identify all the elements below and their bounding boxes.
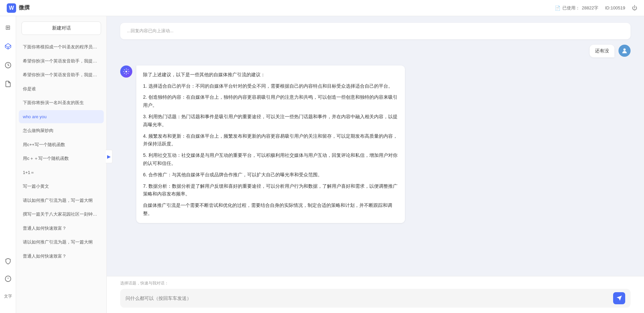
home-icon[interactable]: ⊞ bbox=[2, 21, 14, 34]
ai-conclusion: 自媒体推广引流是一个需要不断尝试和优化的过程，需要结合自身的实际情况，制定合适的… bbox=[143, 202, 398, 218]
header-left: W 微撰 bbox=[7, 3, 30, 13]
list-item[interactable]: 写一篇小黄文 bbox=[19, 180, 104, 193]
ai-point-1: 1. 选择适合自己的平台：不同的自媒体平台针对的受众不同，需要根据自己的内容特点… bbox=[143, 82, 398, 90]
list-item[interactable]: 你是谁 bbox=[19, 82, 104, 96]
list-item[interactable]: 希望你扮演一个英语发音助手，我提供给你... bbox=[19, 68, 104, 82]
send-button[interactable] bbox=[613, 292, 625, 304]
info-icon[interactable] bbox=[2, 273, 14, 285]
new-conversation-button[interactable]: 新建对话 bbox=[21, 21, 101, 35]
message-group-ai: 除了上述建议，以下是一些其他的自媒体推广引流的建议： 1. 选择适合自己的平台：… bbox=[120, 65, 631, 223]
header: W 微撰 📄 已使用： 28822字 ID:100519 ⏻ bbox=[0, 0, 644, 16]
svg-line-2 bbox=[8, 45, 11, 47]
chat-input-area: 选择话题，快速与我对话： bbox=[107, 276, 644, 313]
list-item[interactable]: 普通人如何快速致富？ bbox=[19, 250, 104, 263]
svg-point-9 bbox=[126, 71, 127, 72]
list-item[interactable]: 请以如何推广引流为题，写一篇大纲 bbox=[19, 194, 104, 207]
user-bubble: 还有没 bbox=[590, 45, 614, 57]
usage-label: 已使用： bbox=[562, 5, 580, 11]
list-item[interactable]: 下面你将扮演一名叫圣友的医生 bbox=[19, 96, 104, 109]
list-item[interactable]: 下面你将模拟成一个叫圣友的程序员，我说... bbox=[19, 40, 104, 54]
list-item[interactable]: 用c++写一个随机函数 bbox=[19, 138, 104, 151]
sidebar-collapse-button[interactable]: ▶ bbox=[106, 150, 112, 163]
svg-marker-11 bbox=[617, 296, 622, 301]
svg-line-3 bbox=[5, 45, 8, 47]
quick-topics-label: 选择话题，快速与我对话： bbox=[120, 280, 631, 286]
usage-info: 📄 已使用： 28822字 bbox=[555, 5, 598, 11]
chat-input-field[interactable] bbox=[126, 296, 609, 301]
input-row bbox=[120, 289, 631, 308]
ai-point-6: 6. 合作推广：与其他自媒体平台或品牌合作推广，可以扩大自己的曝光率和受众范围。 bbox=[143, 171, 398, 179]
text-icon[interactable]: 文字 bbox=[2, 290, 14, 302]
power-button[interactable]: ⏻ bbox=[632, 5, 637, 11]
previous-message: ...回复内容已向上滚动... bbox=[120, 23, 631, 39]
list-item[interactable]: 希望你扮演一个英语发音助手，我提供给你... bbox=[19, 54, 104, 68]
ai-point-2: 2. 创造独特的内容：在自媒体平台上，独特的内容更容易吸引用户的注意力和共鸣，可… bbox=[143, 93, 398, 109]
list-item[interactable]: 怎么做狗屎炒肉 bbox=[19, 124, 104, 137]
ai-point-3: 3. 利用热门话题：热门话题和事件是吸引用户的重要途径，可以关注一些热门话题和事… bbox=[143, 113, 398, 129]
app-title: 微撰 bbox=[19, 4, 30, 11]
ai-intro: 除了上述建议，以下是一些其他的自媒体推广引流的建议： bbox=[143, 71, 398, 79]
icon-sidebar: ⊞ bbox=[0, 16, 16, 313]
doc-icon[interactable] bbox=[2, 78, 14, 90]
svg-point-8 bbox=[624, 48, 626, 51]
list-item[interactable]: 撰写一篇关于八大家花园社区一刻钟便民生... bbox=[19, 208, 104, 221]
message-group-user: 还有没 bbox=[120, 45, 631, 57]
conversation-sidebar: 新建对话 下面你将模拟成一个叫圣友的程序员，我说... 希望你扮演一个英语发音助… bbox=[16, 16, 107, 313]
user-message-row: 还有没 bbox=[120, 45, 631, 57]
icon-sidebar-top: ⊞ bbox=[2, 21, 14, 249]
chat-messages: ...回复内容已向上滚动... 还有没 bbox=[107, 16, 644, 276]
main-chat-area: ...回复内容已向上滚动... 还有没 bbox=[107, 16, 644, 313]
shield-icon[interactable] bbox=[2, 255, 14, 267]
ai-message-row: 除了上述建议，以下是一些其他的自媒体推广引流的建议： 1. 选择适合自己的平台：… bbox=[120, 65, 631, 223]
list-item-active[interactable]: who are you bbox=[19, 110, 104, 124]
ai-message-content: 除了上述建议，以下是一些其他的自媒体推广引流的建议： 1. 选择适合自己的平台：… bbox=[136, 65, 405, 223]
user-avatar bbox=[618, 45, 631, 57]
clock-icon[interactable] bbox=[2, 59, 14, 71]
ai-avatar bbox=[120, 65, 132, 78]
user-id: ID:100519 bbox=[605, 5, 625, 10]
ai-point-5: 5. 利用社交互动：社交媒体是与用户互动的重要平台，可以积极利用社交媒体与用户互… bbox=[143, 151, 398, 168]
header-right: 📄 已使用： 28822字 ID:100519 ⏻ bbox=[555, 5, 637, 11]
ai-point-7: 7. 数据分析：数据分析是了解用户反馈和喜好的重要途径，可以分析用户行为和数据，… bbox=[143, 182, 398, 198]
app-logo: W bbox=[7, 3, 16, 13]
list-item[interactable]: 1+1＝ bbox=[19, 166, 104, 179]
usage-value: 28822字 bbox=[582, 5, 598, 11]
ai-point-4: 4. 频繁发布和更新：在自媒体平台上，频繁发布和更新的内容更容易吸引用户的关注和… bbox=[143, 132, 398, 148]
list-item[interactable]: 请以如何推广引流为题，写一篇大纲 bbox=[19, 235, 104, 249]
cube-icon[interactable] bbox=[2, 40, 14, 52]
user-message-text: 还有没 bbox=[595, 48, 609, 53]
conversation-list: 下面你将模拟成一个叫圣友的程序员，我说... 希望你扮演一个英语发音助手，我提供… bbox=[16, 40, 106, 313]
document-icon: 📄 bbox=[555, 5, 560, 11]
list-item[interactable]: 普通人如何快速致富？ bbox=[19, 222, 104, 235]
list-item[interactable]: 用c＋＋写一个随机函数 bbox=[19, 152, 104, 165]
icon-sidebar-bottom: 文字 bbox=[2, 255, 14, 308]
